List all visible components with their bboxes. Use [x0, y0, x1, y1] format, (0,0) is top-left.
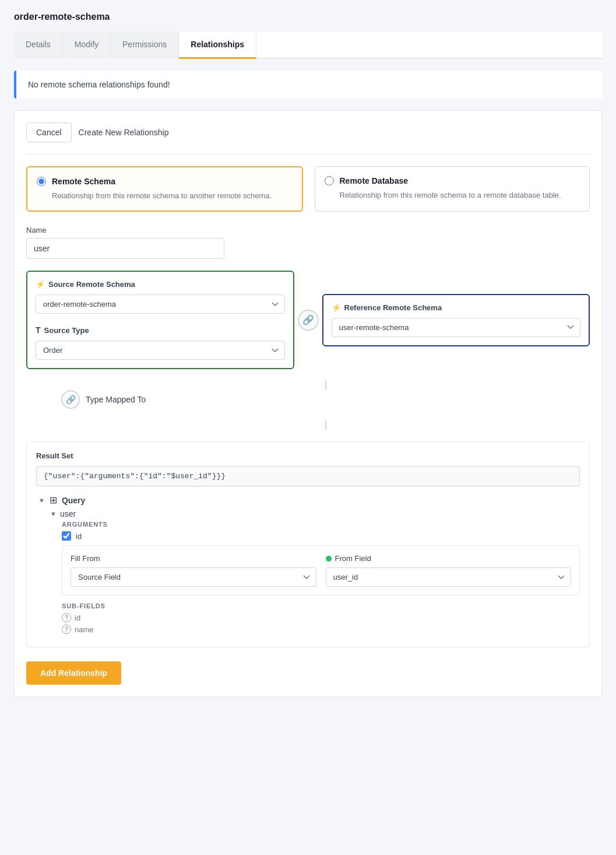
subfields-label: SUB-FIELDS: [62, 602, 580, 609]
from-field-select[interactable]: user_id: [326, 567, 572, 587]
subfields-section: SUB-FIELDS ? id ? name: [62, 602, 580, 634]
alert-message: No remote schema relationships found!: [28, 80, 170, 89]
arguments-section: ARGUMENTS id Fill From Source: [50, 521, 580, 634]
fill-from-col: Fill From Source Field: [71, 554, 316, 587]
reference-schema-select[interactable]: user-remote-schema: [332, 318, 581, 337]
question-icon-name: ?: [62, 625, 71, 634]
add-relationship-button[interactable]: Add Relationship: [26, 661, 121, 685]
source-type-select[interactable]: Order: [36, 341, 285, 360]
fill-from-inner: Fill From Source Field From Field: [71, 554, 571, 587]
type-mapped-label: Type Mapped To: [86, 395, 146, 404]
alert-banner: No remote schema relationships found!: [14, 71, 602, 99]
tab-relationships[interactable]: Relationships: [179, 31, 256, 59]
name-field-label: Name: [26, 226, 590, 234]
argument-checkbox[interactable]: [62, 531, 71, 541]
subfield-row-id: ? id: [62, 613, 580, 622]
radio-card-remote-schema[interactable]: Remote Schema Relationship from this rem…: [26, 166, 303, 212]
argument-name: id: [76, 532, 82, 541]
page-title: order-remote-schema: [14, 12, 602, 22]
reference-schema-title: Reference Remote Schema: [344, 303, 442, 312]
source-type-title: Source Type: [44, 326, 89, 335]
radio-card-header-remote-database: Remote Database: [325, 176, 580, 185]
radio-card-remote-database[interactable]: Remote Database Relationship from this r…: [315, 166, 590, 212]
arguments-label: ARGUMENTS: [62, 521, 580, 528]
source-schema-title: Source Remote Schema: [48, 280, 135, 289]
create-relationship-label: Create New Relationship: [79, 128, 169, 137]
reference-schema-icon: ⚡: [332, 303, 341, 312]
query-icon: ⊞: [50, 495, 57, 506]
subfield-name: name: [75, 625, 94, 634]
chevron-down-icon: ▼: [38, 497, 45, 504]
query-node-label: user: [60, 509, 76, 518]
question-icon-id: ?: [62, 613, 71, 622]
query-title: Query: [62, 496, 85, 505]
type-mapped-row: 🔗 Type Mapped To: [61, 390, 590, 409]
schema-row: ⚡ Source Remote Schema order-remote-sche…: [26, 271, 590, 369]
radio-card-header-remote-schema: Remote Schema: [37, 177, 293, 186]
name-field-group: Name: [26, 226, 590, 259]
radio-input-remote-database[interactable]: [325, 176, 334, 185]
source-schema-box: ⚡ Source Remote Schema order-remote-sche…: [26, 271, 294, 369]
fill-from-label: Fill From: [71, 554, 316, 563]
result-set-section: Result Set ▼ ⊞ Query ▼ user: [26, 441, 590, 647]
source-schema-select[interactable]: order-remote-schema: [36, 295, 285, 314]
source-type-label: T Source Type: [36, 325, 285, 335]
fill-from-select[interactable]: Source Field: [71, 567, 316, 587]
reference-schema-label: ⚡ Reference Remote Schema: [332, 303, 581, 312]
fill-from-row: Fill From Source Field From Field: [62, 545, 580, 595]
top-bar: Cancel Create New Relationship: [26, 122, 590, 155]
query-node-user: ▼ user ARGUMENTS id: [38, 509, 580, 634]
source-schema-icon: ⚡: [36, 280, 45, 289]
tab-modify[interactable]: Modify: [63, 31, 111, 59]
relationship-type-cards: Remote Schema Relationship from this rem…: [26, 166, 590, 212]
radio-card-title-remote-schema: Remote Schema: [52, 177, 115, 186]
tab-permissions[interactable]: Permissions: [111, 31, 179, 59]
from-field-label: From Field: [326, 554, 572, 563]
radio-card-title-remote-database: Remote Database: [340, 176, 409, 185]
name-input[interactable]: [26, 238, 224, 259]
source-type-icon: T: [36, 325, 41, 335]
query-node-name: ▼ user: [50, 509, 580, 518]
query-tree-header[interactable]: ▼ ⊞ Query: [38, 495, 580, 506]
result-set-input[interactable]: [36, 466, 580, 486]
radio-input-remote-schema[interactable]: [37, 177, 46, 186]
link-middle: 🔗: [294, 310, 322, 331]
radio-card-desc-remote-schema: Relationship from this remote schema to …: [37, 191, 293, 201]
argument-row: id: [62, 531, 580, 541]
green-dot-icon: [326, 556, 332, 562]
source-schema-label: ⚡ Source Remote Schema: [36, 280, 285, 289]
reference-schema-box: ⚡ Reference Remote Schema user-remote-sc…: [322, 294, 590, 346]
from-field-col: From Field user_id: [326, 554, 572, 587]
from-field-label-text: From Field: [335, 554, 371, 563]
tab-details[interactable]: Details: [14, 31, 63, 59]
result-set-title: Result Set: [36, 451, 580, 460]
query-tree: ▼ ⊞ Query ▼ user ARGUMENTS id: [36, 495, 580, 634]
tabs-bar: Details Modify Permissions Relationships: [14, 31, 602, 59]
chevron-down-icon-user: ▼: [50, 510, 57, 517]
radio-card-desc-remote-database: Relationship from this remote schema to …: [325, 190, 580, 201]
main-panel: Cancel Create New Relationship Remote Sc…: [14, 110, 602, 697]
type-mapped-icon: 🔗: [61, 390, 80, 409]
link-icon: 🔗: [298, 310, 319, 331]
cancel-button[interactable]: Cancel: [26, 122, 72, 142]
subfield-row-name: ? name: [62, 625, 580, 634]
subfield-id: id: [75, 614, 80, 622]
